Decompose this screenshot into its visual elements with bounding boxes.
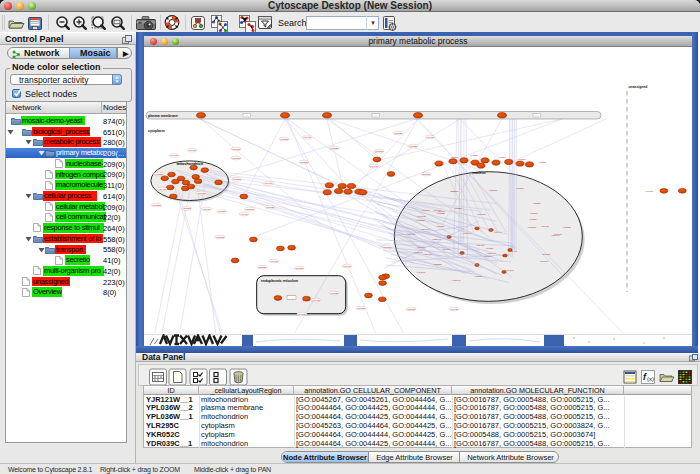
svg-text:[...]: [...]: [245, 114, 248, 116]
svg-text:Ydr152w: Ydr152w: [182, 207, 191, 209]
svg-text:Ykl211c: Ykl211c: [518, 158, 527, 160]
svg-text:Ykl211c: Ykl211c: [538, 161, 547, 163]
svg-text:Ydr152w: Ydr152w: [406, 307, 415, 309]
svg-text:Ydr152w: Ydr152w: [294, 266, 303, 268]
svg-text:Ylr044c: Ylr044c: [451, 190, 460, 192]
svg-text:Ydr152w: Ydr152w: [152, 203, 161, 205]
svg-text:Ymr303c: Ymr303c: [541, 252, 551, 254]
svg-text:mitochondrion: mitochondrion: [176, 161, 203, 165]
svg-text:Yjl052w: Yjl052w: [529, 218, 537, 220]
svg-text:Ydr152w: Ydr152w: [408, 144, 417, 146]
svg-text:Ydr152w: Ydr152w: [231, 147, 240, 149]
svg-text:Ydr152w: Ydr152w: [356, 306, 365, 308]
svg-text:Ygl253w: Ygl253w: [527, 226, 536, 228]
svg-text:Ydr152w: Ydr152w: [231, 156, 240, 158]
svg-text:Ydr152w: Ydr152w: [374, 149, 383, 151]
svg-text:cytoplasm: cytoplasm: [148, 128, 165, 132]
svg-text:Yjl052w: Yjl052w: [516, 186, 524, 188]
svg-text:Ygl045c: Ygl045c: [158, 187, 167, 189]
svg-text:Ykl211c: Ykl211c: [470, 154, 479, 156]
svg-text:plasma membrane: plasma membrane: [148, 114, 178, 118]
svg-text:Ydr152w: Ydr152w: [232, 178, 241, 180]
svg-text:Ygr254w: Ygr254w: [432, 238, 441, 240]
svg-text:Ygl045c: Ygl045c: [264, 182, 273, 184]
svg-text:Ygl045c: Ygl045c: [426, 135, 435, 137]
svg-text:Yol086c: Yol086c: [437, 225, 446, 227]
svg-text:Ydr152w: Ydr152w: [299, 160, 308, 162]
svg-text:Ydr152w: Ydr152w: [196, 191, 205, 193]
svg-text:Yjl052w: Yjl052w: [533, 201, 541, 203]
svg-text:Ygl045c: Ygl045c: [343, 264, 352, 266]
svg-text:Ykl152c: Ykl152c: [485, 246, 494, 248]
svg-text:Ygl045c: Ygl045c: [202, 207, 211, 209]
svg-text:Ydr050c: Ydr050c: [417, 271, 426, 273]
svg-text:Ydr152w: Ydr152w: [279, 137, 288, 139]
svg-text:Ydr152w: Ydr152w: [215, 235, 224, 237]
svg-text:Ydr152w: Ydr152w: [257, 265, 266, 267]
svg-text:Yhl008c: Yhl008c: [645, 190, 654, 192]
svg-text:Yol086c: Yol086c: [530, 211, 539, 213]
svg-text:Ydr152w: Ydr152w: [297, 312, 306, 314]
svg-text:(x): (x): [647, 375, 654, 381]
svg-text:Ydr050c: Ydr050c: [421, 209, 430, 211]
svg-text:[...]: [...]: [535, 114, 538, 116]
svg-text:endoplasmic reticulum: endoplasmic reticulum: [261, 278, 298, 282]
svg-text:Ybr196c: Ybr196c: [551, 233, 560, 235]
svg-text:Ydr152w: Ydr152w: [245, 207, 254, 209]
svg-text:Ydr152w: Ydr152w: [393, 131, 402, 133]
svg-text:Ygl045c: Ygl045c: [170, 154, 179, 156]
svg-text:Ygl045c: Ygl045c: [370, 164, 379, 166]
svg-text:Ydr152w: Ydr152w: [329, 291, 338, 293]
svg-text:Ygl045c: Ygl045c: [270, 259, 279, 261]
svg-text:Ykl152c: Ykl152c: [563, 225, 572, 227]
svg-text:Ykl211c: Ykl211c: [450, 156, 459, 158]
svg-text:Yjl052w: Yjl052w: [454, 207, 462, 209]
svg-text:Ydr152w: Ydr152w: [217, 210, 226, 212]
svg-text:Ygl045c: Ygl045c: [303, 136, 312, 138]
svg-text:Ydr050c: Ydr050c: [437, 210, 446, 212]
svg-text:Ydl045c: Ydl045c: [541, 224, 550, 226]
svg-text:Ygr254w: Ygr254w: [451, 279, 460, 281]
svg-text:Ygl253w: Ygl253w: [488, 188, 497, 190]
svg-text:[...]: [...]: [374, 114, 377, 116]
svg-text:Ygl045c: Ygl045c: [188, 149, 197, 151]
svg-text:unassigned: unassigned: [629, 84, 648, 88]
svg-text:Ydr152w: Ydr152w: [154, 172, 163, 174]
svg-text:Ykl211c: Ykl211c: [498, 156, 507, 158]
svg-text:Ygl253w: Ygl253w: [433, 262, 442, 264]
svg-text:Ymr303c: Ymr303c: [476, 212, 486, 214]
svg-text:Ygl045c: Ygl045c: [240, 212, 249, 214]
svg-text:Ydr152w: Ydr152w: [265, 205, 274, 207]
svg-text:Yol086c: Yol086c: [505, 269, 514, 271]
svg-text:Ydr050c: Ydr050c: [540, 259, 549, 261]
svg-text:Ydr152w: Ydr152w: [329, 146, 338, 148]
svg-text:Ygl045c: Ygl045c: [312, 298, 321, 300]
svg-text:Ygl045c: Ygl045c: [450, 307, 459, 309]
svg-text:Ydr152w: Ydr152w: [421, 172, 430, 174]
